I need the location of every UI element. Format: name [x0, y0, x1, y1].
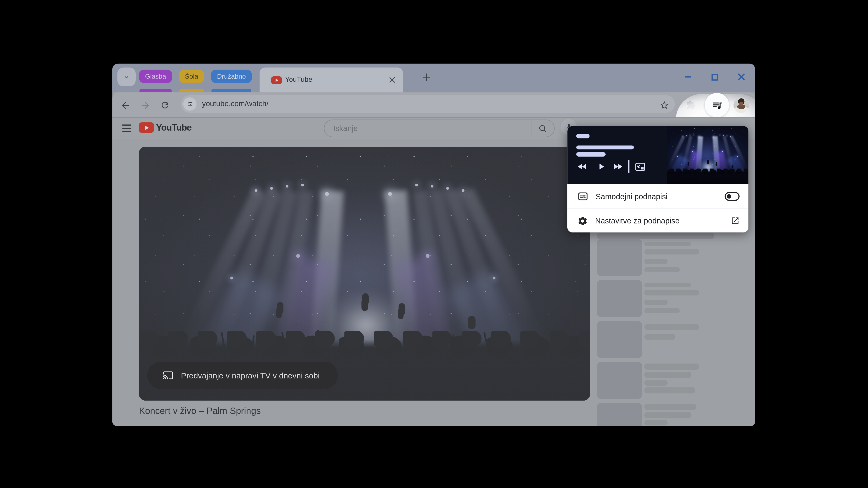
- tab-group-0: Glasba: [139, 70, 172, 83]
- screen: GlasbaŠolaDružabno YouTube: [0, 0, 868, 488]
- open-in-new-icon: [731, 217, 740, 225]
- forward-icon: [140, 100, 150, 110]
- site-settings-icon: [186, 100, 193, 108]
- browser-window: GlasbaŠolaDružabno YouTube: [112, 64, 755, 426]
- pip-icon: [634, 161, 646, 172]
- tab-close-button[interactable]: [387, 75, 397, 85]
- skeleton-line: [645, 283, 691, 287]
- minimize-icon: [684, 72, 692, 81]
- maximize-icon: [710, 73, 719, 81]
- youtube-logo[interactable]: YouTube: [139, 122, 192, 133]
- skeleton-line: [645, 412, 691, 418]
- close-icon: [737, 72, 746, 81]
- media-playback-controls: [567, 159, 667, 184]
- sidebar-skeleton-header: [597, 233, 714, 239]
- chevron-down-icon: [123, 73, 130, 80]
- skeleton-line: [645, 387, 695, 393]
- rewind-icon: [577, 161, 588, 172]
- skeleton-line: [645, 420, 668, 425]
- url-text: youtube.com/watch/: [202, 95, 269, 113]
- search-placeholder: Iskanje: [333, 120, 358, 136]
- skeleton-thumbnail: [597, 239, 642, 276]
- video-player[interactable]: Predvajanje v napravi TV v dnevni sobi: [139, 147, 590, 400]
- close-icon: [389, 76, 395, 83]
- youtube-wordmark: YouTube: [156, 122, 192, 133]
- search-input[interactable]: Iskanje: [324, 120, 555, 137]
- next-track-button[interactable]: [611, 159, 625, 174]
- caption-settings-label: Nastavitve za podnapise: [595, 217, 680, 225]
- sidebar-skeleton-item: [597, 362, 752, 399]
- tab-group-stripe: [140, 89, 172, 92]
- search-button[interactable]: [531, 120, 554, 136]
- site-settings-button[interactable]: [183, 97, 197, 111]
- skeleton-line: [645, 372, 691, 378]
- plus-icon: [422, 73, 430, 81]
- skeleton-thumbnail: [597, 403, 642, 426]
- tab-group-2: Družabno: [211, 70, 252, 83]
- skeleton-line: [645, 249, 699, 254]
- profile-avatar[interactable]: [734, 97, 749, 113]
- search-icon: [538, 124, 548, 133]
- captions-icon: [577, 191, 588, 202]
- sidebar-skeleton-item: [597, 403, 752, 426]
- tab-group-chip[interactable]: Družabno: [211, 70, 252, 83]
- address-bar[interactable]: youtube.com/watch/: [181, 95, 675, 113]
- skeleton-thumbnail: [597, 362, 642, 399]
- sidebar-skeleton-item: [597, 321, 752, 358]
- tab-search-button[interactable]: [117, 68, 135, 86]
- media-skeleton-bar: [576, 152, 606, 157]
- tab-group-1: Šola: [179, 70, 204, 83]
- skeleton-line: [645, 308, 680, 313]
- forward-button[interactable]: [139, 99, 151, 111]
- skeleton-line: [645, 259, 668, 264]
- media-skeleton-bar: [576, 134, 590, 138]
- live-caption-row[interactable]: Samodejni podnapisi: [567, 184, 748, 209]
- skeleton-line: [645, 242, 691, 246]
- controls-divider: [628, 160, 629, 173]
- skeleton-line: [645, 267, 680, 272]
- media-thumbnail: [667, 126, 748, 184]
- previous-track-button[interactable]: [575, 159, 590, 174]
- media-controls-icon: [711, 99, 723, 111]
- tab-group-chip[interactable]: Glasba: [139, 70, 172, 83]
- skeleton-thumbnail: [597, 321, 642, 358]
- skeleton-line: [645, 324, 699, 330]
- window-close-button[interactable]: [736, 71, 747, 83]
- tab-strip: GlasbaŠolaDružabno YouTube: [112, 64, 755, 92]
- skeleton-line: [645, 290, 699, 295]
- bookmark-button[interactable]: [658, 99, 671, 111]
- tab-groups: GlasbaŠolaDružabno: [139, 70, 252, 83]
- youtube-logo-icon: [139, 122, 154, 133]
- skeleton-line: [645, 300, 668, 305]
- reload-icon: [160, 100, 170, 110]
- fast-forward-icon: [612, 161, 623, 172]
- window-maximize-button[interactable]: [709, 71, 720, 83]
- picture-in-picture-button[interactable]: [633, 159, 647, 174]
- reload-button[interactable]: [159, 99, 171, 111]
- play-icon: [596, 162, 606, 171]
- settings-gear-icon: [577, 216, 588, 226]
- window-minimize-button[interactable]: [683, 71, 694, 83]
- sidebar-skeleton-item: [597, 280, 752, 317]
- media-controls-button[interactable]: [705, 93, 729, 117]
- live-caption-toggle[interactable]: [725, 192, 740, 201]
- media-controls-popup: Samodejni podnapisi Nastavitve za podnap…: [567, 126, 748, 232]
- skeleton-line: [645, 380, 668, 385]
- tab-title: YouTube: [285, 76, 312, 84]
- cast-icon: [163, 370, 174, 381]
- skeleton-line: [645, 363, 699, 369]
- browser-toolbar: youtube.com/watch/: [112, 92, 755, 118]
- new-tab-button[interactable]: [420, 71, 432, 83]
- play-button[interactable]: [594, 159, 609, 174]
- back-icon: [120, 100, 130, 110]
- sidebar-skeleton-item: [597, 239, 752, 276]
- skeleton-line: [645, 404, 696, 410]
- tab-youtube[interactable]: YouTube: [260, 68, 403, 92]
- menu-hamburger-button[interactable]: [122, 125, 133, 133]
- caption-settings-row[interactable]: Nastavitve za podnapise: [567, 209, 748, 232]
- media-skeleton-bar: [576, 145, 634, 149]
- youtube-favicon-icon: [271, 76, 282, 84]
- video-title: Koncert v živo – Palm Springs: [139, 405, 261, 416]
- back-button[interactable]: [119, 99, 131, 111]
- tab-group-chip[interactable]: Šola: [179, 70, 204, 83]
